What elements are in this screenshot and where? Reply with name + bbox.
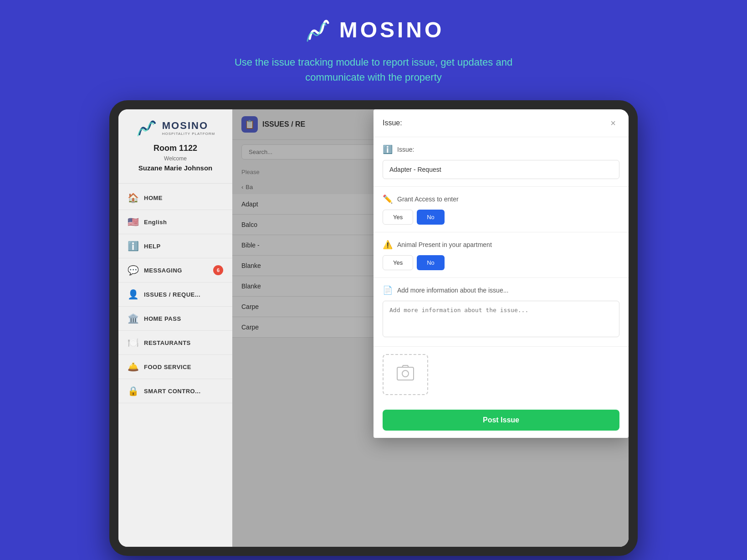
sidebar-brand-sub: HOSPITALITY PLATFORM — [162, 132, 215, 136]
more-info-section: 📄 Add more information about the issue..… — [374, 278, 629, 347]
messaging-badge: 6 — [213, 265, 223, 275]
nav-label-issues: ISSUES / REQUE... — [144, 291, 200, 298]
sidebar-brand-name: MOSINO — [162, 120, 215, 132]
sidebar-item-help[interactable]: ℹ️ HELP — [118, 234, 232, 258]
issue-section-label: Issue: — [397, 146, 414, 153]
issue-info-icon: ℹ️ — [383, 144, 393, 154]
modal-title-bar: Issue: × — [374, 109, 629, 137]
nav-label-help: HELP — [144, 243, 161, 250]
svg-rect-0 — [397, 367, 414, 380]
modal-title: Issue: — [383, 119, 402, 127]
chat-icon: 💬 — [128, 265, 138, 276]
user-name: Suzane Marie Johnson — [138, 164, 213, 172]
tablet-frame: MOSINO HOSPITALITY PLATFORM Room 1122 We… — [109, 100, 638, 556]
issue-value-display: Adapter - Request — [383, 160, 619, 179]
nav-label-english: English — [144, 219, 167, 226]
grant-access-section: ✏️ Grant Access to enter Yes No — [374, 187, 629, 232]
sidebar-item-smartcontrol[interactable]: 🔒 SMART CONTRO... — [118, 379, 232, 403]
submit-button[interactable]: Post Issue — [383, 410, 619, 431]
sidebar-item-messaging[interactable]: 💬 MESSAGING 6 — [118, 258, 232, 283]
home-icon: 🏠 — [128, 192, 138, 203]
sidebar-nav: 🏠 HOME 🇺🇸 English ℹ️ HELP 💬 MESSAGING 6 — [118, 186, 232, 547]
animal-yes-button[interactable]: Yes — [383, 255, 413, 270]
logo-wave-icon — [303, 14, 335, 46]
grant-access-header: ✏️ Grant Access to enter — [383, 194, 619, 204]
nav-label-restaurants: RESTAURANTS — [144, 339, 191, 346]
modal-close-button[interactable]: × — [607, 117, 619, 129]
more-info-textarea[interactable] — [383, 301, 619, 337]
sidebar-item-english[interactable]: 🇺🇸 English — [118, 210, 232, 234]
animal-present-toggle: Yes No — [383, 255, 619, 270]
grant-access-no-button[interactable]: No — [417, 210, 445, 225]
nav-label-messaging: MESSAGING — [144, 267, 182, 274]
flag-icon: 🇺🇸 — [128, 216, 138, 227]
sidebar-divider — [118, 183, 232, 184]
sidebar-item-home[interactable]: 🏠 HOME — [118, 186, 232, 210]
sidebar-item-issues[interactable]: 👤 ISSUES / REQUE... — [118, 283, 232, 307]
nav-label-foodservice: FOOD SERVICE — [144, 364, 191, 370]
lock-icon: 🔒 — [128, 385, 138, 396]
grant-access-label: Grant Access to enter — [397, 195, 459, 203]
logo-area: MOSINO — [303, 14, 445, 46]
grant-access-yes-button[interactable]: Yes — [383, 210, 413, 225]
sidebar-item-homepass[interactable]: 🏛️ HOME PASS — [118, 307, 232, 331]
tablet-screen: MOSINO HOSPITALITY PLATFORM Room 1122 We… — [118, 109, 629, 547]
nav-label-homepass: HOME PASS — [144, 315, 181, 322]
pencil-icon: ✏️ — [383, 194, 393, 204]
tagline: Use the issue tracking module to report … — [235, 55, 512, 85]
animal-section-label: Animal Present in your apartment — [397, 241, 492, 248]
homepass-icon: 🏛️ — [128, 313, 138, 324]
issue-modal: Issue: × ℹ️ Issue: Adapter - Request — [374, 109, 629, 438]
animal-present-section: ⚠️ Animal Present in your apartment Yes … — [374, 232, 629, 278]
app-title: MOSINO — [339, 17, 445, 42]
warning-icon: ⚠️ — [383, 240, 393, 250]
nav-label-home: HOME — [144, 195, 163, 201]
image-upload-icon — [396, 365, 414, 385]
nav-label-smartcontrol: SMART CONTRO... — [144, 388, 201, 395]
modal-body: ℹ️ Issue: Adapter - Request ✏️ Grant Acc… — [374, 137, 629, 438]
sidebar-logo-wave-icon — [136, 118, 159, 137]
issues-icon: 👤 — [128, 289, 138, 300]
more-info-label: Add more information about the issue... — [397, 287, 508, 294]
animal-no-button[interactable]: No — [417, 255, 445, 270]
top-header: MOSINO Use the issue tracking module to … — [0, 0, 747, 94]
welcome-label: Welcome — [164, 155, 187, 162]
foodservice-icon: 🛎️ — [128, 361, 138, 372]
sidebar-item-restaurants[interactable]: 🍽️ RESTAURANTS — [118, 331, 232, 355]
modal-overlay: Issue: × ℹ️ Issue: Adapter - Request — [232, 109, 629, 547]
animal-section-header: ⚠️ Animal Present in your apartment — [383, 240, 619, 250]
restaurants-icon: 🍽️ — [128, 337, 138, 348]
svg-point-1 — [402, 370, 409, 377]
info-icon: ℹ️ — [128, 241, 138, 252]
sidebar-logo: MOSINO HOSPITALITY PLATFORM — [136, 118, 215, 137]
sidebar-header: MOSINO HOSPITALITY PLATFORM Room 1122 We… — [118, 109, 232, 181]
issue-section: ℹ️ Issue: Adapter - Request — [374, 137, 629, 187]
photo-upload-area[interactable] — [383, 354, 428, 395]
main-content: 📋 ISSUES / RE Please ‹ Ba Adapt Balco Bi… — [232, 109, 629, 547]
sidebar: MOSINO HOSPITALITY PLATFORM Room 1122 We… — [118, 109, 232, 547]
sidebar-logo-text: MOSINO HOSPITALITY PLATFORM — [162, 120, 215, 136]
more-info-header: 📄 Add more information about the issue..… — [383, 285, 619, 295]
sidebar-item-foodservice[interactable]: 🛎️ FOOD SERVICE — [118, 355, 232, 379]
issue-section-header: ℹ️ Issue: — [383, 144, 619, 154]
grant-access-toggle: Yes No — [383, 210, 619, 225]
room-number: Room 1122 — [153, 144, 197, 153]
document-icon: 📄 — [383, 285, 393, 295]
modal-footer: Post Issue — [374, 402, 629, 438]
